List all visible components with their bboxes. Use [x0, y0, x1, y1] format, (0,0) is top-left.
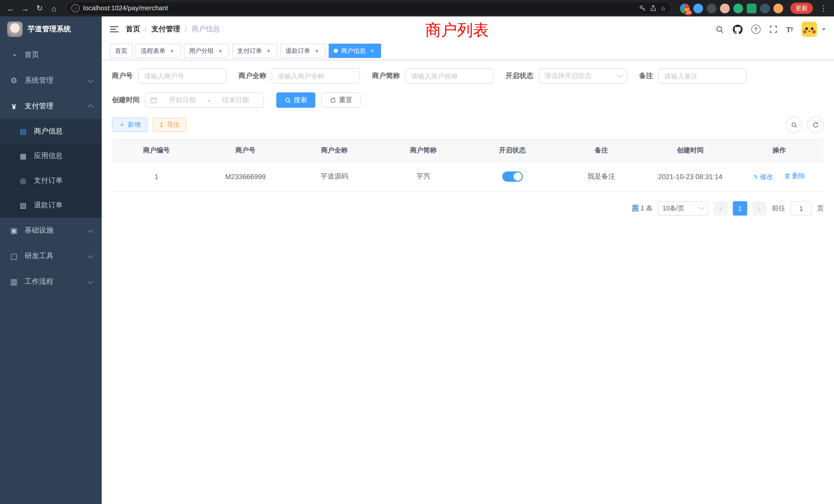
cell-created-at: 2021-10-23 08:31:14 — [646, 161, 735, 192]
extension-icon-4[interactable] — [720, 3, 730, 13]
forward-icon[interactable]: → — [19, 2, 32, 15]
goto-page-input[interactable] — [790, 201, 812, 215]
close-icon[interactable]: × — [313, 47, 321, 54]
reload-icon[interactable]: ↻ — [33, 2, 46, 15]
status-select[interactable]: 请选择开启状态 — [539, 68, 627, 84]
sidebar-item-workflow[interactable]: ▥ 工作流程 — [0, 269, 102, 295]
table-row: 1 M233666999 芋道源码 芋艿 我是备注 2021-10-23 08:… — [112, 161, 824, 192]
sidebar-item-infrastructure[interactable]: ▣ 基础设施 — [0, 217, 102, 243]
cell-full-name: 芋道源码 — [290, 161, 379, 192]
merchant-no-input[interactable] — [138, 68, 226, 84]
sidebar-logo[interactable]: 芋道管理系统 — [0, 17, 102, 42]
github-icon[interactable] — [732, 24, 742, 34]
breadcrumb-home[interactable]: 首页 — [126, 25, 140, 34]
address-bar[interactable]: i localhost:1024/pay/merchant ☆ — [66, 2, 672, 15]
user-avatar[interactable] — [802, 22, 817, 37]
sidebar-item-dev-tools[interactable]: ▢ 研发工具 — [0, 243, 102, 269]
search-icon[interactable] — [715, 25, 724, 33]
extension-icon-8[interactable] — [773, 3, 783, 13]
browser-menu-icon[interactable]: ⋮ — [817, 4, 830, 13]
extension-icon-1[interactable]: 10 — [680, 3, 690, 13]
hamburger-icon[interactable] — [110, 25, 118, 34]
fullscreen-icon[interactable] — [769, 25, 777, 33]
sidebar-item-pay-order[interactable]: ◎ 支付订单 — [0, 168, 102, 193]
grid-icon: ▦ — [19, 152, 28, 160]
password-key-icon[interactable] — [639, 5, 646, 12]
sidebar-item-system[interactable]: ⚙ 系统管理 — [0, 68, 102, 93]
share-icon[interactable] — [650, 5, 657, 12]
browser-update-button[interactable]: 更新 — [790, 3, 813, 14]
next-page-button[interactable]: › — [752, 201, 767, 215]
extension-icon-7[interactable] — [760, 3, 770, 13]
url-text[interactable]: localhost:1024/pay/merchant — [83, 5, 635, 12]
page-1-button[interactable]: 1 — [733, 201, 747, 215]
delete-link[interactable]: 删除 — [785, 171, 806, 181]
back-icon[interactable]: ← — [4, 2, 18, 15]
tab-user-group[interactable]: 用户分组 × — [184, 44, 229, 58]
sidebar-item-merchant-info[interactable]: ▤ 商户信息 — [0, 119, 102, 144]
cell-remark: 我是备注 — [557, 161, 646, 192]
merchant-shortname-input[interactable] — [405, 68, 493, 84]
extension-icon-3[interactable] — [707, 3, 717, 13]
extension-icon-5[interactable] — [733, 3, 743, 13]
show-search-toggle-button[interactable] — [786, 116, 802, 133]
merchant-table: 商户编号 商户号 商户全称 商户简称 开启状态 备注 创建时间 操作 1 — [112, 139, 824, 192]
remark-label: 备注 — [639, 71, 653, 81]
merchant-shortname-label: 商户简称 — [372, 71, 400, 81]
sidebar-item-home[interactable]: ◔ 首页 — [0, 42, 102, 68]
reset-button[interactable]: 重置 — [322, 92, 360, 108]
avatar-caret-icon[interactable] — [822, 28, 826, 30]
close-icon[interactable]: × — [169, 47, 176, 54]
extension-icon-2[interactable] — [693, 3, 703, 13]
site-info-icon[interactable]: i — [71, 4, 80, 12]
home-icon[interactable]: ⌂ — [47, 2, 61, 15]
tab-process-form[interactable]: 流程表单 × — [136, 44, 181, 58]
tab-home[interactable]: 首页 — [110, 44, 132, 58]
breadcrumb-current: 商户信息 — [192, 25, 220, 34]
table-toolbar: ＋ 新增 ↧ 导出 — [112, 116, 824, 133]
bookmark-star-icon[interactable]: ☆ — [660, 4, 666, 12]
search-button[interactable]: 搜索 — [276, 92, 315, 108]
add-button[interactable]: ＋ 新增 — [112, 117, 147, 132]
edit-link[interactable]: ✎ 修改 — [753, 173, 773, 182]
chevron-down-icon — [617, 72, 623, 78]
box-icon: ▥ — [9, 277, 19, 287]
breadcrumb-payment[interactable]: 支付管理 — [152, 25, 180, 34]
sidebar-item-payment[interactable]: ¥ 支付管理 — [0, 93, 102, 119]
date-separator: - — [208, 96, 210, 104]
refresh-button[interactable] — [807, 116, 824, 133]
sidebar-item-refund-order[interactable]: ▧ 退款订单 — [0, 193, 102, 217]
delete-icon — [785, 173, 791, 179]
col-merchant-id: 商户编号 — [112, 139, 201, 161]
extension-icon-6[interactable] — [747, 3, 756, 13]
cell-status — [468, 161, 557, 192]
chevron-down-icon — [88, 278, 93, 284]
close-icon[interactable]: × — [369, 47, 376, 54]
col-merchant-no: 商户号 — [201, 139, 290, 161]
end-date-input[interactable]: 结束日期 — [212, 95, 259, 105]
chevron-down-icon — [88, 77, 93, 83]
font-size-icon[interactable]: TT — [786, 25, 793, 33]
monitor-icon: ▣ — [9, 226, 19, 235]
help-icon[interactable]: ? — [751, 25, 760, 34]
pagination-total: 共 1 条 — [632, 204, 653, 213]
prev-page-button[interactable]: ‹ — [713, 201, 728, 215]
chevron-up-icon — [88, 105, 93, 110]
page-size-select[interactable]: 10条/页 — [658, 201, 708, 215]
chevron-down-icon — [88, 253, 93, 258]
remark-input[interactable] — [658, 68, 746, 84]
main-area: 商户列表 首页 / 支付管理 / 商户信息 ? — [102, 17, 834, 504]
pagination: 共 1 条 10条/页 ‹ 1 › 前往 页 — [112, 201, 824, 215]
tab-pay-order[interactable]: 支付订单 × — [232, 44, 277, 58]
export-button[interactable]: ↧ 导出 — [152, 117, 186, 132]
status-toggle[interactable] — [502, 171, 523, 182]
close-icon[interactable]: × — [217, 47, 224, 54]
date-range-picker[interactable]: 开始日期 - 结束日期 — [145, 92, 264, 108]
tab-merchant-info[interactable]: 商户信息 × — [329, 44, 381, 58]
start-date-input[interactable]: 开始日期 — [159, 95, 206, 105]
app-title: 芋道管理系统 — [28, 25, 71, 34]
sidebar-item-app-info[interactable]: ▦ 应用信息 — [0, 144, 102, 168]
merchant-fullname-input[interactable] — [271, 68, 360, 84]
close-icon[interactable]: × — [265, 47, 272, 54]
tab-refund-order[interactable]: 退款订单 × — [280, 44, 326, 58]
